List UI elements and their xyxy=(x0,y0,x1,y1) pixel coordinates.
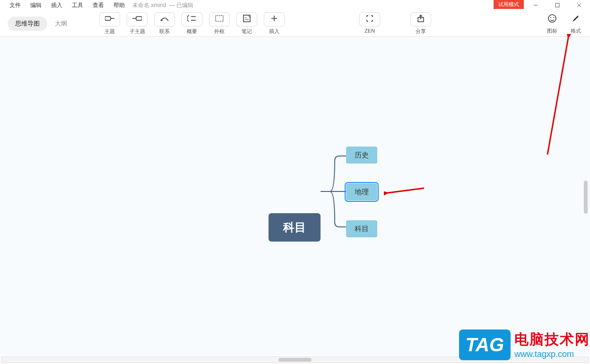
subtopic-icon xyxy=(132,15,142,24)
annotation-arrow-2 xyxy=(539,34,577,157)
topic-button[interactable]: 主题 xyxy=(98,12,121,35)
child-topic-3[interactable]: 科目 xyxy=(346,220,377,237)
svg-rect-1 xyxy=(555,3,559,7)
tool-group-right: ZEN 分享 xyxy=(358,12,432,35)
view-tabs: 思维导图 大纲 xyxy=(8,17,75,31)
svg-rect-11 xyxy=(216,16,223,21)
tab-mindmap[interactable]: 思维导图 xyxy=(8,17,47,31)
child-topic-2-selected[interactable]: 地理 xyxy=(346,183,377,200)
notes-button[interactable]: 笔记 xyxy=(235,12,258,35)
zen-label: ZEN xyxy=(364,28,375,34)
child-topic-1[interactable]: 历史 xyxy=(346,147,377,164)
mindmap-canvas[interactable]: 科目 历史 地理 科目 xyxy=(0,37,590,355)
relationship-button[interactable]: 联系 xyxy=(153,12,176,35)
tool-group-format: 图标 格式 xyxy=(543,13,585,35)
boundary-label: 外框 xyxy=(214,28,225,35)
summary-icon xyxy=(187,15,197,24)
menu-tools[interactable]: 工具 xyxy=(67,1,88,9)
maximize-button[interactable] xyxy=(547,0,568,10)
topic-label: 主题 xyxy=(104,28,115,35)
menu-view[interactable]: 查看 xyxy=(88,1,109,9)
share-label: 分享 xyxy=(416,28,426,35)
main-toolbar: 思维导图 大纲 主题 子主题 联系 概要 外框 笔记 插入 xyxy=(0,10,590,37)
tool-group-main: 主题 子主题 联系 概要 外框 笔记 插入 xyxy=(98,12,286,35)
boundary-button[interactable]: 外框 xyxy=(208,12,231,35)
relationship-label: 联系 xyxy=(159,28,170,35)
brush-icon xyxy=(571,14,581,25)
watermark-url: www.tagxp.com xyxy=(514,349,590,359)
window-controls xyxy=(525,0,590,10)
annotation-arrow-1 xyxy=(384,184,426,199)
plus-icon xyxy=(270,15,278,24)
svg-point-18 xyxy=(548,15,556,22)
menu-edit[interactable]: 编辑 xyxy=(26,1,46,9)
topic-icon xyxy=(105,15,114,24)
central-topic[interactable]: 科目 xyxy=(269,213,321,242)
vertical-scrollbar[interactable] xyxy=(583,38,590,355)
zen-icon xyxy=(366,15,373,24)
tab-outline[interactable]: 大纲 xyxy=(47,17,75,31)
notes-icon xyxy=(243,15,251,24)
watermark: TAG 电脑技术网 www.tagxp.com xyxy=(459,325,590,364)
relationship-icon xyxy=(160,15,169,24)
menu-file[interactable]: 文件 xyxy=(5,1,26,9)
svg-line-24 xyxy=(547,38,568,155)
menu-help[interactable]: 帮助 xyxy=(109,1,130,9)
summary-button[interactable]: 概要 xyxy=(181,12,203,35)
watermark-tag: TAG xyxy=(459,329,511,360)
svg-line-22 xyxy=(388,188,424,193)
insert-button[interactable]: 插入 xyxy=(263,12,286,35)
subtopic-button[interactable]: 子主题 xyxy=(126,12,148,35)
connector-line xyxy=(321,151,349,232)
boundary-icon xyxy=(215,15,224,24)
zen-button[interactable]: ZEN xyxy=(358,12,381,35)
subtopic-label: 子主题 xyxy=(130,28,145,35)
svg-rect-12 xyxy=(243,15,250,22)
svg-rect-7 xyxy=(136,17,142,20)
svg-point-19 xyxy=(550,17,551,18)
format-button[interactable]: 格式 xyxy=(566,13,585,35)
smiley-icon xyxy=(547,14,557,25)
summary-label: 概要 xyxy=(187,28,197,35)
watermark-cn: 电脑技术网 xyxy=(514,330,590,349)
share-icon xyxy=(417,15,425,24)
close-button[interactable] xyxy=(568,0,590,10)
insert-label: 插入 xyxy=(269,28,279,35)
icons-button[interactable]: 图标 xyxy=(543,13,562,35)
share-button[interactable]: 分享 xyxy=(409,12,432,35)
icons-label: 图标 xyxy=(547,27,557,35)
menu-insert[interactable]: 插入 xyxy=(46,1,67,9)
trial-mode-badge: 试用模式 xyxy=(494,0,524,9)
minimize-button[interactable] xyxy=(525,0,547,10)
format-label: 格式 xyxy=(571,27,581,35)
titlebar: 文件 编辑 插入 工具 查看 帮助 未命名.xmind — 已编辑 试用模式 xyxy=(0,0,590,10)
svg-rect-4 xyxy=(105,17,111,20)
filename-label: 未命名.xmind — 已编辑 xyxy=(132,1,193,9)
svg-point-20 xyxy=(553,17,554,18)
notes-label: 笔记 xyxy=(242,28,252,35)
